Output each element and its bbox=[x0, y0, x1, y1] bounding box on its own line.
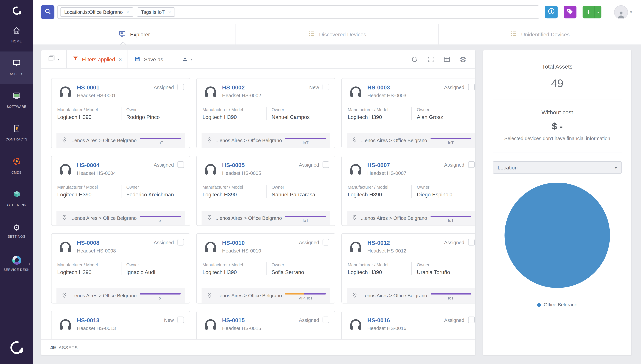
asset-tags: IoT bbox=[285, 214, 326, 222]
asset-id-link[interactable]: HS-0002 bbox=[222, 84, 245, 91]
headset-icon bbox=[349, 317, 363, 333]
asset-card-header: HS-0007 Headset HS-0007 Assigned bbox=[347, 161, 475, 178]
filter-chip-location[interactable]: Location.is:Office Belgrano × bbox=[60, 8, 133, 17]
asset-checkbox[interactable] bbox=[468, 84, 475, 90]
table-view-button[interactable] bbox=[443, 56, 451, 63]
model-value: Logitech H390 bbox=[57, 269, 121, 275]
asset-card[interactable]: HS-0002 Headset HS-0002 New Manufacturer… bbox=[196, 78, 336, 148]
asset-card[interactable]: HS-0012 Headset HS-0012 Assigned Manufac… bbox=[342, 233, 475, 304]
filter-chip-tags[interactable]: Tags.is:IoT × bbox=[137, 8, 175, 17]
search-icon bbox=[44, 8, 52, 16]
asset-checkbox[interactable] bbox=[323, 239, 329, 246]
asset-checkbox[interactable] bbox=[323, 84, 329, 90]
save-as-button[interactable]: Save as... bbox=[128, 50, 174, 68]
search-input[interactable]: Location.is:Office Belgrano × Tags.is:Io… bbox=[57, 6, 539, 19]
chevron-down-icon[interactable]: ▾ bbox=[595, 6, 601, 18]
sidebar-item-service-desk[interactable]: SERVICE DESK › bbox=[0, 248, 33, 280]
owner-column: Owner Urania Toruño bbox=[412, 262, 475, 276]
asset-card[interactable]: HS-0016 Headset HS-0016 Assigned Manufac… bbox=[342, 311, 475, 340]
tab-explorer[interactable]: Explorer bbox=[33, 24, 235, 44]
tab-unidentified-devices[interactable]: Unidentified Devices bbox=[438, 24, 641, 44]
list-icon bbox=[510, 30, 517, 38]
sidebar-item-settings[interactable]: ⚙ SETTINGS bbox=[0, 215, 33, 248]
owner-value: Sofia Serrano bbox=[272, 269, 329, 275]
active-tab-notch bbox=[121, 42, 125, 45]
asset-id-link[interactable]: HS-0007 bbox=[367, 162, 390, 168]
download-icon bbox=[181, 55, 188, 64]
asset-card[interactable]: HS-0004 Headset HS-0004 Assigned Manufac… bbox=[51, 156, 190, 226]
sidebar-item-cmdb[interactable]: CMDB bbox=[0, 150, 33, 182]
view-mode-button[interactable]: ▾ bbox=[41, 55, 66, 64]
asset-checkbox[interactable] bbox=[178, 84, 184, 90]
asset-checkbox[interactable] bbox=[178, 316, 184, 323]
tags-button[interactable] bbox=[564, 6, 576, 18]
headset-icon bbox=[58, 84, 73, 100]
asset-count-label: ASSETS bbox=[59, 345, 78, 350]
asset-card[interactable]: HS-0001 Headset HS-0001 Assigned Manufac… bbox=[51, 78, 190, 148]
clear-filters-icon[interactable]: × bbox=[119, 56, 122, 62]
remove-chip-icon[interactable]: × bbox=[168, 10, 171, 15]
settings-gear-icon[interactable]: ⚙ bbox=[460, 56, 467, 63]
asset-checkbox[interactable] bbox=[178, 239, 184, 246]
info-button[interactable] bbox=[545, 6, 557, 18]
refresh-button[interactable] bbox=[411, 56, 418, 63]
asset-checkbox[interactable] bbox=[323, 161, 329, 168]
asset-checkbox[interactable] bbox=[468, 316, 475, 323]
asset-checkbox[interactable] bbox=[323, 316, 329, 323]
asset-id-link[interactable]: HS-0004 bbox=[77, 162, 100, 168]
fullscreen-button[interactable] bbox=[427, 56, 434, 63]
tag-bar bbox=[430, 216, 471, 217]
model-column: Manufacturer / Model Logitech H390 bbox=[348, 107, 411, 120]
asset-id-link[interactable]: HS-0003 bbox=[367, 84, 390, 91]
asset-id-link[interactable]: HS-0016 bbox=[367, 317, 390, 324]
info-icon bbox=[547, 8, 555, 17]
tag-bar bbox=[140, 216, 181, 217]
owner-label: Owner bbox=[417, 184, 474, 190]
asset-id-link[interactable]: HS-0008 bbox=[77, 239, 100, 246]
asset-id-link[interactable]: HS-0015 bbox=[222, 317, 245, 324]
export-button[interactable]: ▾ bbox=[174, 55, 200, 64]
headset-icon bbox=[349, 162, 363, 178]
tab-label: Explorer bbox=[130, 31, 150, 38]
asset-details: Manufacturer / Model Logitech H390 Owner… bbox=[202, 107, 330, 120]
filters-applied-button[interactable]: Filters applied × bbox=[66, 50, 128, 68]
asset-card[interactable]: HS-0007 Headset HS-0007 Assigned Manufac… bbox=[342, 156, 475, 226]
asset-details: Manufacturer / Model Logitech H390 Owner… bbox=[202, 184, 330, 198]
search-button[interactable] bbox=[41, 6, 55, 19]
asset-id-link[interactable]: HS-0005 bbox=[222, 162, 245, 168]
tab-discovered-devices[interactable]: Discovered Devices bbox=[235, 24, 438, 44]
sidebar-item-contracts[interactable]: CONTRACTS bbox=[0, 117, 33, 150]
home-icon bbox=[12, 26, 21, 36]
tag-bar bbox=[140, 293, 181, 294]
sidebar-item-label: SOFTWARE bbox=[6, 105, 28, 109]
asset-grid: HS-0001 Headset HS-0001 Assigned Manufac… bbox=[41, 68, 475, 340]
chart-dimension-select[interactable]: Location ▾ bbox=[493, 161, 622, 174]
location-pin-icon bbox=[352, 137, 358, 144]
asset-card[interactable]: HS-0013 Headset HS-0013 New Manufacturer… bbox=[51, 311, 190, 340]
add-asset-button[interactable]: + ▾ bbox=[583, 6, 601, 18]
sidebar-item-home[interactable]: HOME bbox=[0, 19, 33, 52]
asset-card[interactable]: HS-0010 Headset HS-0010 Assigned Manufac… bbox=[196, 233, 336, 304]
asset-card[interactable]: HS-0015 Headset HS-0015 Assigned Manufac… bbox=[196, 311, 336, 340]
asset-card[interactable]: HS-0005 Headset HS-0005 Assigned Manufac… bbox=[196, 156, 336, 226]
asset-id-link[interactable]: HS-0001 bbox=[77, 84, 100, 91]
tab-label: Discovered Devices bbox=[319, 31, 366, 38]
headset-icon bbox=[58, 239, 73, 256]
sidebar-item-other-cis[interactable]: OTHER CIs bbox=[0, 182, 33, 215]
sidebar-item-assets[interactable]: ASSETS bbox=[0, 52, 33, 84]
asset-id-link[interactable]: HS-0012 bbox=[367, 239, 390, 246]
asset-checkbox[interactable] bbox=[468, 161, 475, 168]
sidebar-item-label: CMDB bbox=[10, 171, 23, 175]
sidebar-item-software[interactable]: SOFTWARE bbox=[0, 84, 33, 117]
asset-card[interactable]: HS-0003 Headset HS-0003 Assigned Manufac… bbox=[342, 78, 475, 148]
asset-id-link[interactable]: HS-0013 bbox=[77, 317, 100, 324]
asset-card[interactable]: HS-0008 Headset HS-0008 Assigned Manufac… bbox=[51, 233, 190, 304]
tag-bar bbox=[140, 138, 181, 139]
asset-id-link[interactable]: HS-0010 bbox=[222, 239, 245, 246]
asset-checkbox[interactable] bbox=[178, 161, 184, 168]
sidebar-item-label: CONTRACTS bbox=[5, 138, 29, 142]
user-menu[interactable]: ▾ bbox=[614, 5, 632, 19]
remove-chip-icon[interactable]: × bbox=[126, 10, 129, 15]
asset-checkbox[interactable] bbox=[468, 239, 475, 246]
asset-name: Headset HS-0002 bbox=[222, 93, 261, 98]
